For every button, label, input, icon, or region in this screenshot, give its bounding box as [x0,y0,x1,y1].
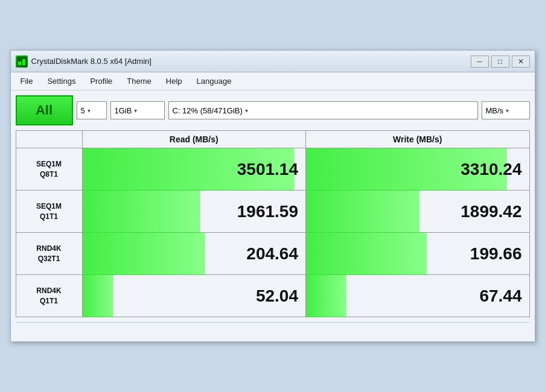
header-label-cell [16,131,82,148]
close-button[interactable]: ✕ [512,55,530,68]
menu-item-settings[interactable]: Settings [41,75,81,87]
menu-bar: FileSettingsProfileThemeHelpLanguage [11,72,535,90]
toolbar: All 5 ▾ 1GiB ▾ C: 12% (58/471GiB) ▾ MB/s… [11,90,535,130]
row-label-1: SEQ1MQ1T1 [16,191,82,233]
row-label-0: SEQ1MQ8T1 [16,148,82,191]
header-write: Write (MB/s) [306,131,530,148]
title-bar: CrystalDiskMark 8.0.5 x64 [Admin] ─ □ ✕ [11,51,535,72]
size-dropdown-arrow: ▾ [134,107,137,114]
minimize-button[interactable]: ─ [471,55,489,68]
write-value-3: 67.44 [306,275,530,317]
table-row: RND4KQ1T152.0467.44 [16,275,529,317]
write-text-2: 199.66 [306,238,529,270]
read-value-2: 204.64 [82,233,306,275]
read-value-3: 52.04 [82,275,306,317]
header-read: Read (MB/s) [82,131,306,148]
row-label-2: RND4KQ32T1 [16,233,82,275]
app-icon [16,55,28,68]
table-header-row: Read (MB/s) Write (MB/s) [16,131,529,148]
window-controls: ─ □ ✕ [471,55,530,68]
results-table: Read (MB/s) Write (MB/s) SEQ1MQ8T13501.1… [16,130,530,317]
read-value-1: 1961.59 [82,191,306,233]
menu-item-theme[interactable]: Theme [121,75,157,87]
unit-dropdown[interactable]: MB/s ▾ [482,101,530,119]
write-value-0: 3310.24 [306,148,530,191]
read-value-0: 3501.14 [82,148,306,191]
read-text-2: 204.64 [83,238,306,270]
menu-item-profile[interactable]: Profile [84,75,118,87]
write-text-1: 1899.42 [306,196,529,227]
table-row: SEQ1MQ1T11961.591899.42 [16,191,529,233]
read-text-0: 3501.14 [83,154,306,185]
count-dropdown[interactable]: 5 ▾ [77,101,107,119]
unit-dropdown-arrow: ▾ [506,107,509,114]
row-label-3: RND4KQ1T1 [16,275,82,317]
size-dropdown[interactable]: 1GiB ▾ [110,101,165,119]
menu-item-help[interactable]: Help [160,75,188,87]
menu-item-file[interactable]: File [14,75,39,87]
maximize-button[interactable]: □ [491,55,509,68]
results-table-area: Read (MB/s) Write (MB/s) SEQ1MQ8T13501.1… [11,130,535,322]
status-bar [16,322,530,337]
write-value-1: 1899.42 [306,191,530,233]
write-text-3: 67.44 [306,280,529,312]
table-row: RND4KQ32T1204.64199.66 [16,233,529,275]
window-title: CrystalDiskMark 8.0.5 x64 [Admin] [31,57,471,66]
svg-rect-2 [22,59,25,65]
svg-rect-1 [18,62,21,65]
table-row: SEQ1MQ8T13501.143310.24 [16,148,529,191]
all-button[interactable]: All [16,95,73,125]
read-text-1: 1961.59 [83,196,306,227]
count-dropdown-arrow: ▾ [88,107,91,114]
drive-dropdown[interactable]: C: 12% (58/471GiB) ▾ [168,101,478,119]
menu-item-language[interactable]: Language [191,75,238,87]
read-text-3: 52.04 [83,280,306,312]
main-window: CrystalDiskMark 8.0.5 x64 [Admin] ─ □ ✕ … [10,50,535,342]
write-value-2: 199.66 [306,233,530,275]
drive-dropdown-arrow: ▾ [245,107,248,114]
write-text-0: 3310.24 [306,154,529,185]
